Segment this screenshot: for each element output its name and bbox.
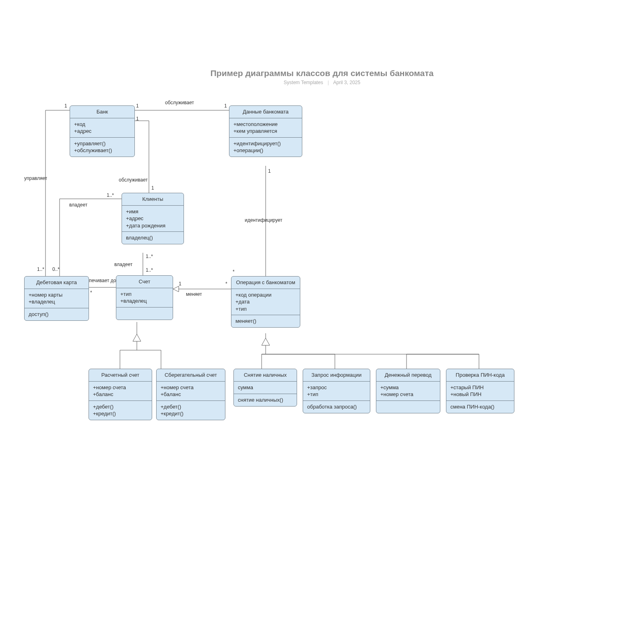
class-savings-attrs: +номер счета +баланс [157,382,225,401]
class-client: Клиенты +имя +адрес +дата рождения владе… [122,193,184,244]
class-savings-ops: +дебет() +кредит() [157,401,225,420]
label-serves-top: обслуживает [165,100,194,105]
subtitle-separator: | [328,80,329,85]
class-atmop-ops: меняет() [231,315,300,327]
class-account-name: Счет [116,276,173,288]
class-debit-name: Дебетовая карта [25,277,89,289]
class-transfer: Денежный перевод +сумма +номер счета [376,369,440,413]
label-manages: управляет [24,175,47,181]
class-checking-ops: +дебет() +кредит() [89,401,152,420]
class-inquiry-ops: обработка запроса() [303,401,370,413]
class-account: Счет +тип +владелец [116,275,173,320]
mult-client-debit-bot: 0..* [52,266,60,272]
class-checking-name: Расчетный счет [89,369,152,382]
mult-bank-client-bot: 1 [151,185,154,191]
class-inquiry-name: Запрос информации [303,369,370,382]
class-client-ops: владелец() [122,232,184,244]
class-atm: Данные банкомата +местоположение +кем уп… [229,105,302,157]
class-withdraw-ops: снятие наличных() [234,394,297,406]
class-atmop-name: Операция с банкоматом [231,277,300,289]
class-atm-ops: +идентифицирует() +операции() [229,138,302,157]
class-savings: Сберегательный счет +номер счета +баланс… [156,369,225,420]
class-debit-attrs: +номер карты +владелец [25,289,89,308]
class-inquiry: Запрос информации +запрос +тип обработка… [303,369,370,413]
class-atm-name: Данные банкомата [229,106,302,118]
class-transfer-attrs: +сумма +номер счета [376,382,440,401]
class-inquiry-attrs: +запрос +тип [303,382,370,401]
label-identifies: идентифицирует [245,217,283,223]
class-transfer-name: Денежный перевод [376,369,440,382]
class-bank: Банк +код +адрес +управляет() +обслужива… [70,105,135,157]
mult-bank-atm-right: 1 [224,103,227,109]
class-account-ops [116,308,173,320]
svg-marker-5 [173,286,179,292]
label-changes: меняет [186,291,202,297]
mult-client-debit-top: 1..* [107,192,114,198]
subtitle-author: System Templates [284,80,323,85]
class-checking: Расчетный счет +номер счета +баланс +деб… [89,369,152,420]
class-client-name: Клиенты [122,193,184,206]
mult-atm-op-top: 1 [268,168,271,174]
mult-op-acct-right: * [225,281,227,287]
diagram-subtitle: System Templates | April 3, 2025 [0,80,644,85]
mult-bank-client-top: 1 [136,116,139,122]
label-owns-debit: владеет [69,202,87,208]
class-debit-ops: доступ() [25,308,89,320]
class-bank-ops: +управляет() +обслуживает() [70,138,134,157]
class-client-attrs: +имя +адрес +дата рождения [122,206,184,232]
class-pin-ops: смена ПИН-кода() [446,401,514,413]
svg-marker-9 [262,338,270,345]
class-bank-attrs: +код +адрес [70,118,134,138]
class-atm-attrs: +местоположение +кем управляется [229,118,302,138]
diagram-title: Пример диаграммы классов для системы бан… [0,68,644,78]
svg-marker-6 [133,334,141,341]
class-checking-attrs: +номер счета +баланс [89,382,152,401]
mult-atm-op-bot: * [233,269,235,275]
mult-op-acct-left: 1 [179,281,182,287]
label-owns-acct: владеет [114,262,132,267]
mult-client-acct-bot: 1..* [146,267,153,273]
class-withdraw-attrs: сумма [234,382,297,394]
class-debit: Дебетовая карта +номер карты +владелец д… [24,276,89,321]
class-withdraw: Снятие наличных сумма снятие наличных() [233,369,297,407]
mult-bank-debit-bot: 1..* [37,266,44,272]
label-serves-mid: обслуживает [119,177,148,183]
mult-client-acct-top: 1..* [146,254,153,259]
class-transfer-ops [376,401,440,413]
class-account-attrs: +тип +владелец [116,288,173,308]
class-withdraw-name: Снятие наличных [234,369,297,382]
mult-debit-acct-left: * [90,290,92,295]
class-pin-name: Проверка ПИН-кода [446,369,514,382]
class-bank-name: Банк [70,106,134,118]
mult-bank-debit-top: 1 [64,103,67,109]
class-pin: Проверка ПИН-кода +старый ПИН +новый ПИН… [446,369,514,413]
subtitle-date: April 3, 2025 [333,80,360,85]
mult-bank-atm-left: 1 [136,103,139,109]
class-atmop-attrs: +код операции +дата +тип [231,289,300,316]
class-savings-name: Сберегательный счет [157,369,225,382]
class-atmop: Операция с банкоматом +код операции +дат… [231,276,300,328]
class-pin-attrs: +старый ПИН +новый ПИН [446,382,514,401]
diagram-canvas: Пример диаграммы классов для системы бан… [0,0,644,644]
connectors-layer [0,0,644,644]
